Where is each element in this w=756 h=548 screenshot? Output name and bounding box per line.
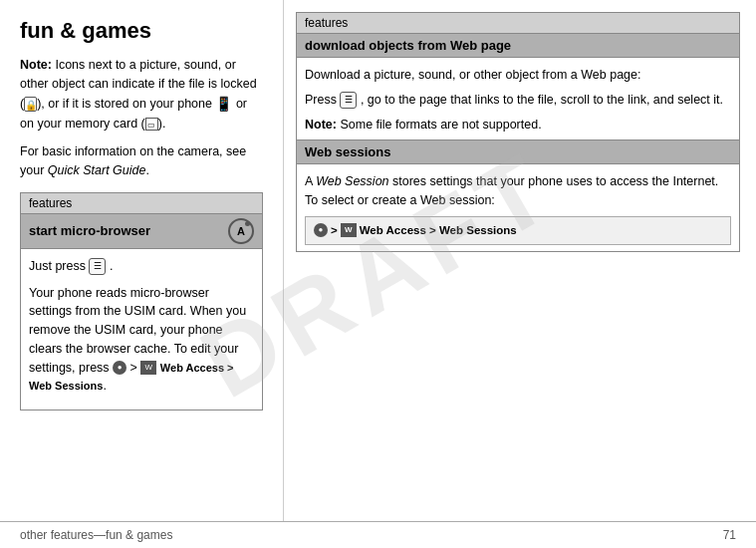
download-para2: Press ☰ , go to the page that links to t… <box>305 91 731 110</box>
start-micro-browser-header: start micro-browser <box>21 214 262 249</box>
menu-key-icon: ☰ <box>89 258 106 275</box>
just-press-para: Just press ☰ . <box>29 257 254 276</box>
quick-start-guide: Quick Start Guide <box>48 163 146 177</box>
feature-icon-left <box>228 218 254 244</box>
features-header-right: features <box>297 13 739 34</box>
para-camera: For basic information on the camera, see… <box>20 142 263 180</box>
download-note-label: Note: <box>305 118 337 132</box>
download-para1: Download a picture, sound, or other obje… <box>305 66 731 85</box>
lock-icon: 🔒 <box>24 97 37 112</box>
just-press-dot: . <box>110 259 113 273</box>
features-header-left: features <box>21 193 262 214</box>
arrow-text: > <box>130 361 141 375</box>
dot-icon-left: ● <box>113 361 126 375</box>
download-body: Download a picture, sound, or other obje… <box>297 58 739 139</box>
footer-left: other features—fun & games <box>20 528 172 542</box>
web-sessions-header: Web sessions <box>297 139 739 164</box>
phone-icon: 📱 <box>215 96 232 112</box>
websessions-para: A Web Session stores settings that your … <box>305 172 731 210</box>
memory-icon: ▭ <box>145 118 158 131</box>
menu-key-icon-right: ☰ <box>340 92 357 109</box>
note-text-2: ), or if it is stored on your phone <box>37 96 215 110</box>
web-icon-left: W <box>140 361 156 375</box>
nav-path-text: Web Access > Web Sessions <box>360 222 517 239</box>
web-icon-right: W <box>341 223 357 237</box>
left-column: fun & games Note: Icons next to a pictur… <box>0 0 284 521</box>
features-body-left: Just press ☰ . Your phone reads micro-br… <box>21 249 262 410</box>
footer: other features—fun & games 71 <box>0 521 756 548</box>
nav-path-block: ● > W Web Access > Web Sessions <box>305 216 731 245</box>
page-title: fun & games <box>20 18 263 44</box>
dot-bullet-icon: ● <box>314 223 328 237</box>
footer-right: 71 <box>723 528 736 542</box>
note-block: Note: Icons next to a picture, sound, or… <box>20 56 263 133</box>
features-box-left: features start micro-browser Just press … <box>20 192 263 411</box>
note-text-4: ). <box>158 117 166 131</box>
note-label: Note: <box>20 58 52 72</box>
phone-reads-para: Your phone reads micro-browser settings … <box>29 284 254 397</box>
web-sessions-body: A Web Session stores settings that your … <box>297 164 739 251</box>
download-note: Note: Some file formats are not supporte… <box>305 116 731 135</box>
download-objects-header: download objects from Web page <box>297 34 739 58</box>
features-box-right: features download objects from Web page … <box>296 12 740 252</box>
right-column: features download objects from Web page … <box>284 0 756 521</box>
